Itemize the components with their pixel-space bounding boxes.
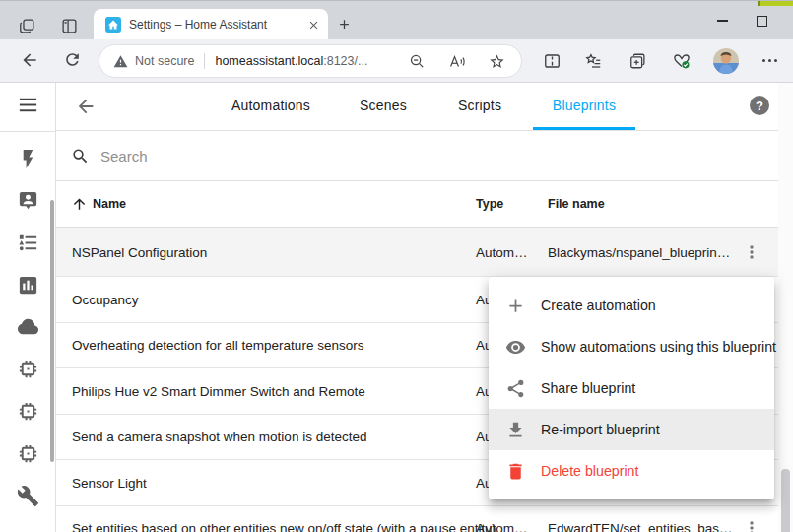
active-tab-underline: [533, 127, 635, 130]
page-scrollbar-track[interactable]: [778, 83, 793, 532]
plus-icon: [505, 296, 526, 316]
settings-menu-icon[interactable]: [762, 59, 777, 62]
menu-item-label: Delete blueprint: [541, 463, 638, 479]
back-icon[interactable]: [20, 50, 39, 70]
window-maximize-button[interactable]: [747, 12, 776, 30]
wrench-icon[interactable]: [17, 485, 39, 507]
profile-avatar[interactable]: [713, 48, 739, 74]
share-icon: [505, 378, 526, 399]
tab-strip: Settings – Home Assistant: [0, 0, 793, 39]
blueprint-context-menu: Create automation Show automations using…: [489, 277, 774, 499]
window-minimize-button[interactable]: [707, 12, 737, 30]
table-header: Name Type File name: [56, 181, 778, 228]
column-name[interactable]: Name: [93, 197, 126, 211]
tab-scripts[interactable]: Scripts: [458, 98, 501, 113]
eye-icon: [505, 337, 526, 358]
logbook-icon[interactable]: [17, 232, 39, 254]
menu-item-label: Show automations using this blueprint: [541, 339, 776, 355]
row-file: Blackymas/nspanel_blueprin…: [548, 244, 730, 259]
sidebar-scrollbar[interactable]: [50, 200, 54, 462]
browser-essentials-icon[interactable]: [672, 51, 692, 70]
column-file[interactable]: File name: [548, 197, 605, 211]
column-type[interactable]: Type: [476, 197, 503, 211]
workspaces-icon[interactable]: [19, 18, 35, 34]
chip-icon-3[interactable]: [17, 442, 39, 465]
help-icon[interactable]: ?: [750, 96, 769, 115]
favorite-star-icon[interactable]: [489, 53, 505, 70]
chip-icon-1[interactable]: [17, 358, 39, 380]
row-name: Occupancy: [72, 292, 139, 306]
row-overflow-menu-icon[interactable]: [742, 242, 761, 262]
menu-icon[interactable]: [17, 94, 39, 116]
menu-item-show-automations[interactable]: Show automations using this blueprint: [489, 326, 774, 367]
menu-item-label: Re-import blueprint: [541, 422, 660, 437]
tab-actions-icon[interactable]: [61, 18, 78, 34]
page-scrollbar-thumb[interactable]: [781, 469, 790, 532]
menu-item-label: Share blueprint: [541, 380, 635, 396]
browser-tab[interactable]: Settings – Home Assistant: [94, 9, 328, 40]
url-path[interactable]: :8123/...: [323, 54, 367, 68]
sort-arrow-icon[interactable]: [71, 196, 88, 213]
warning-icon: [113, 54, 128, 69]
cloud-icon[interactable]: [17, 315, 39, 338]
favorites-icon[interactable]: [584, 52, 603, 70]
collections-add-icon[interactable]: [628, 52, 647, 70]
refresh-icon[interactable]: [63, 50, 82, 69]
ha-header: Automations Scenes Scripts Blueprints ?: [56, 83, 778, 131]
table-row[interactable]: NSPanel Configuration Autom… Blackymas/n…: [56, 228, 778, 277]
browser-window: Settings – Home Assistant Not secure hom…: [0, 0, 793, 532]
sidebar-divider: [0, 131, 55, 132]
trash-icon: [505, 461, 526, 482]
split-screen-icon[interactable]: [543, 52, 562, 70]
security-label[interactable]: Not secure: [135, 54, 194, 68]
row-overflow-menu-icon[interactable]: [742, 518, 761, 532]
home-assistant-favicon: [105, 17, 121, 33]
row-name: Overheating detection for all temperatur…: [72, 338, 363, 353]
menu-item-share-blueprint[interactable]: Share blueprint: [489, 367, 774, 409]
row-type: Autom…: [476, 244, 528, 259]
menu-item-label: Create automation: [541, 298, 656, 313]
search-icon: [71, 147, 90, 166]
search-row: [56, 131, 778, 181]
address-bar[interactable]: Not secure homeassistant.local :8123/...: [99, 44, 522, 78]
tab-close-icon[interactable]: [307, 19, 320, 32]
person-badge-icon[interactable]: [17, 189, 39, 212]
row-name: Philips Hue v2 Smart Dimmer Switch and R…: [72, 383, 365, 398]
address-divider: [204, 53, 205, 69]
download-icon: [505, 420, 526, 440]
energy-icon[interactable]: [17, 148, 39, 170]
new-tab-icon[interactable]: [337, 17, 352, 32]
desktop-background-sliver: [758, 1, 793, 6]
tab-blueprints[interactable]: Blueprints: [553, 98, 616, 113]
tab-title: Settings – Home Assistant: [129, 18, 307, 32]
history-icon[interactable]: [17, 274, 39, 297]
row-type: Autom…: [476, 521, 528, 532]
menu-item-reimport-blueprint[interactable]: Re-import blueprint: [489, 409, 774, 450]
ha-sidebar: [0, 83, 56, 532]
table-row[interactable]: Set entities based on other entities new…: [56, 506, 778, 532]
url-host[interactable]: homeassistant.local: [215, 54, 323, 68]
zoom-out-icon[interactable]: [409, 53, 426, 70]
row-name: Send a camera snapshot when motion is de…: [72, 430, 366, 444]
menu-item-delete-blueprint[interactable]: Delete blueprint: [489, 450, 774, 492]
tab-automations[interactable]: Automations: [231, 98, 310, 113]
search-input[interactable]: [100, 148, 495, 165]
read-aloud-icon[interactable]: [448, 53, 466, 70]
tab-scenes[interactable]: Scenes: [360, 98, 407, 113]
chip-icon-2[interactable]: [17, 400, 39, 423]
row-name: Set entities based on other entities new…: [72, 521, 496, 532]
row-name: Sensor Light: [72, 475, 147, 490]
menu-item-create-automation[interactable]: Create automation: [489, 285, 774, 326]
ha-back-icon[interactable]: [75, 96, 97, 117]
row-name: NSPanel Configuration: [72, 244, 207, 259]
row-file: EdwardTEN/set_entities_bas…: [548, 521, 733, 532]
